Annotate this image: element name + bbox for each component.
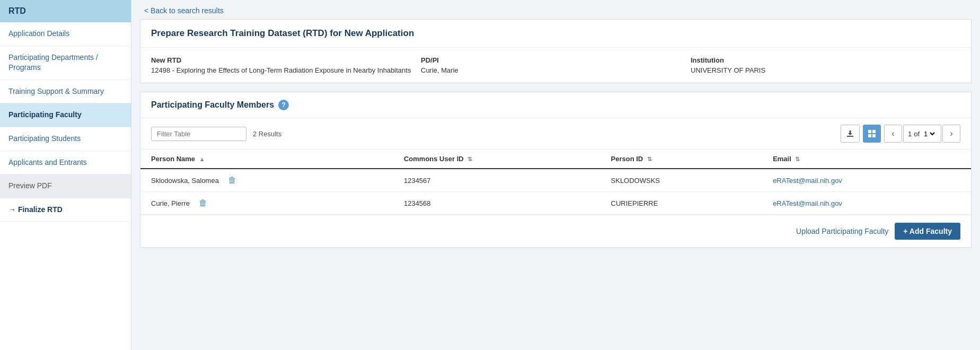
commons-user-id-sort-icon: ⇅ — [467, 156, 472, 162]
app-card-title: Prepare Research Training Dataset (RTD) … — [151, 28, 960, 39]
sidebar-item-training-support[interactable]: Training Support & Summary — [0, 80, 131, 104]
cell-email: eRATest@mail.nih.gov — [762, 169, 971, 192]
sidebar-item-finalize-rtd[interactable]: → Finalize RTD — [0, 198, 131, 222]
faculty-card-header: Participating Faculty Members ? — [140, 92, 971, 118]
pdpi-label: PD/PI — [421, 56, 691, 64]
cell-person-id: CURIEPIERRE — [601, 192, 763, 215]
col-commons-user-id[interactable]: Commons User ID ⇅ — [393, 150, 601, 169]
prev-page-button[interactable]: ‹ — [884, 125, 902, 143]
delete-row-button[interactable]: 🗑 — [196, 197, 210, 209]
page-number: 1 — [908, 130, 912, 138]
new-rtd-label: New RTD — [151, 56, 421, 64]
table-header-row: Person Name ▲ Commons User ID ⇅ Person I… — [140, 150, 971, 169]
person-id-sort-icon: ⇅ — [647, 156, 652, 162]
next-page-button[interactable]: › — [942, 125, 960, 143]
filter-table-input[interactable] — [151, 127, 246, 141]
upload-faculty-link[interactable]: Upload Participating Faculty — [796, 227, 888, 235]
col-email[interactable]: Email ⇅ — [762, 150, 971, 169]
back-link-bar: < Back to search results — [131, 0, 980, 19]
email-link[interactable]: eRATest@mail.nih.gov — [773, 199, 842, 207]
cell-person-name: Sklodowska, Salomea 🗑 — [140, 169, 393, 192]
table-row: Sklodowska, Salomea 🗑 1234567 SKLODOWSKS… — [140, 169, 971, 192]
faculty-card-title: Participating Faculty Members — [151, 100, 274, 110]
institution-value: UNIVERSITY OF PARIS — [691, 66, 960, 74]
page-select[interactable]: 1 — [922, 129, 937, 138]
person-name-text: Sklodowska, Salomea — [151, 177, 219, 185]
of-label: of — [914, 130, 920, 138]
sidebar-item-application-details[interactable]: Application Details — [0, 22, 131, 46]
app-card-header: Prepare Research Training Dataset (RTD) … — [140, 20, 971, 48]
col-commons-user-id-label: Commons User ID — [404, 155, 464, 163]
app-info-row: New RTD 12498 - Exploring the Effects of… — [140, 48, 971, 83]
cell-person-name: Curie, Pierre 🗑 — [140, 192, 393, 215]
grid-view-button[interactable] — [863, 125, 881, 143]
person-name-text: Curie, Pierre — [151, 199, 190, 207]
faculty-table: Person Name ▲ Commons User ID ⇅ Person I… — [140, 149, 971, 215]
back-to-search-link[interactable]: < Back to search results — [144, 6, 224, 15]
email-link[interactable]: eRATest@mail.nih.gov — [773, 177, 842, 185]
sidebar-item-participating-students[interactable]: Participating Students — [0, 127, 131, 151]
sidebar-item-participating-faculty[interactable]: Participating Faculty — [0, 103, 131, 127]
page-info: 1 of 1 — [903, 125, 941, 143]
svg-rect-2 — [872, 130, 876, 133]
sidebar-item-preview-pdf[interactable]: Preview PDF — [0, 174, 131, 198]
cell-commons-user-id: 1234567 — [393, 169, 601, 192]
sidebar-item-applicants-entrants[interactable]: Applicants and Entrants — [0, 151, 131, 175]
cell-email: eRATest@mail.nih.gov — [762, 192, 971, 215]
cell-person-id: SKLODOWSKS — [601, 169, 763, 192]
col-email-label: Email — [773, 155, 791, 163]
cell-commons-user-id: 1234568 — [393, 192, 601, 215]
app-info-card: Prepare Research Training Dataset (RTD) … — [140, 19, 972, 83]
institution-label: Institution — [691, 56, 960, 64]
pdpi-col: PD/PI Curie, Marie — [421, 56, 691, 74]
faculty-card: Participating Faculty Members ? 2 Result… — [140, 92, 972, 248]
table-row: Curie, Pierre 🗑 1234568 CURIEPIERRE eRAT… — [140, 192, 971, 215]
institution-col: Institution UNIVERSITY OF PARIS — [691, 56, 960, 74]
col-person-id[interactable]: Person ID ⇅ — [601, 150, 763, 169]
person-name-sort-icon: ▲ — [199, 156, 205, 162]
pdpi-value: Curie, Marie — [421, 66, 691, 74]
col-person-id-label: Person ID — [611, 155, 643, 163]
card-footer: Upload Participating Faculty + Add Facul… — [140, 215, 971, 247]
new-rtd-value: 12498 - Exploring the Effects of Long-Te… — [151, 66, 421, 74]
email-sort-icon: ⇅ — [795, 156, 800, 162]
sidebar-header: RTD — [0, 0, 131, 22]
results-count: 2 Results — [253, 130, 281, 138]
help-icon[interactable]: ? — [278, 100, 289, 110]
sidebar-item-participating-departments[interactable]: Participating Departments / Programs — [0, 46, 131, 80]
col-person-name[interactable]: Person Name ▲ — [140, 150, 393, 169]
svg-rect-0 — [847, 136, 853, 137]
add-faculty-button[interactable]: + Add Faculty — [895, 223, 960, 240]
download-button[interactable] — [841, 125, 860, 143]
sidebar: RTD Application DetailsParticipating Dep… — [0, 0, 131, 350]
svg-rect-1 — [868, 130, 871, 133]
col-person-name-label: Person Name — [151, 155, 195, 163]
svg-rect-3 — [868, 134, 871, 137]
svg-rect-4 — [872, 134, 876, 137]
delete-row-button[interactable]: 🗑 — [225, 174, 240, 186]
page-nav: ‹ 1 of 1 › — [884, 125, 960, 143]
new-rtd-col: New RTD 12498 - Exploring the Effects of… — [151, 56, 421, 74]
table-toolbar: 2 Results — [140, 118, 971, 149]
main-content: < Back to search results Prepare Researc… — [131, 0, 980, 350]
toolbar-actions: ‹ 1 of 1 › — [841, 125, 960, 143]
